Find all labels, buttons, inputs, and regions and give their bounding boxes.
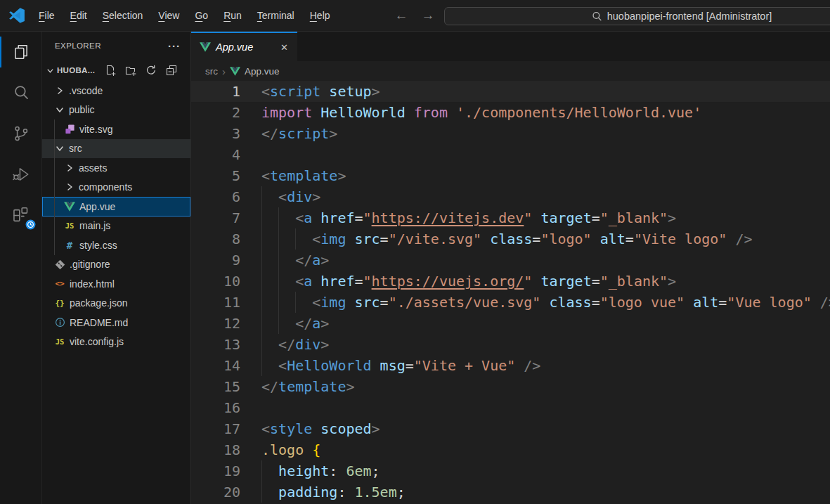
tree-item-label: src (69, 143, 82, 154)
tree-item-vite.config.js[interactable]: JSvite.config.js (42, 332, 190, 352)
search-icon (592, 11, 602, 22)
chevron-right-icon (64, 162, 75, 174)
line-number: 3 (191, 123, 240, 144)
git-file-icon (54, 259, 65, 270)
code-line: <HelloWorld msg="Vite + Vue" /> (261, 355, 830, 376)
workspace-section-header[interactable]: HUOBA... (42, 60, 190, 81)
tree-item-assets[interactable]: assets (42, 158, 190, 178)
editor-group: App.vue ✕ src › App.vue 1234567891011121… (191, 32, 830, 504)
tree-item-package.json[interactable]: {}package.json (42, 294, 190, 314)
line-number: 4 (191, 144, 240, 165)
json-file-icon: {} (54, 297, 65, 309)
activity-explorer[interactable] (0, 32, 41, 72)
menu-bar: FileEditSelectionViewGoRunTerminalHelp (31, 0, 338, 31)
menu-help[interactable]: Help (302, 10, 338, 21)
indent-guide (278, 313, 279, 334)
menu-view[interactable]: View (150, 10, 187, 21)
activity-source-control[interactable] (0, 113, 41, 154)
code-editor[interactable]: 1234567891011121314151617181920 <script … (191, 81, 830, 504)
tree-item-label: main.js (79, 220, 110, 231)
chevron-down-icon (44, 67, 56, 75)
collapse-folders-icon[interactable] (166, 65, 177, 76)
indent-guide (278, 207, 279, 228)
tree-item-src[interactable]: src (42, 139, 190, 159)
code-line: <div> (261, 186, 830, 207)
code-line: height: 6em; (261, 460, 830, 482)
indent-guide (261, 334, 262, 355)
new-folder-icon[interactable] (125, 65, 136, 76)
tree-item-label: .vscode (69, 85, 103, 96)
menu-go[interactable]: Go (187, 10, 216, 21)
line-number: 2 (191, 102, 240, 123)
indent-guide (278, 271, 279, 292)
tree-item-label: vite.config.js (70, 336, 124, 347)
navigate-forward-button[interactable]: → (419, 6, 437, 25)
indent-guide (261, 186, 262, 207)
menu-file[interactable]: File (31, 10, 63, 21)
workspace-folder-name: HUOBA... (57, 66, 95, 75)
line-number: 17 (191, 418, 240, 439)
code-line: </script> (261, 123, 830, 144)
tree-item-components[interactable]: components (42, 178, 190, 198)
line-number: 13 (191, 334, 240, 355)
code-line: <img src="./assets/vue.svg" class="logo … (261, 292, 830, 313)
code-line: </template> (261, 376, 830, 397)
clock-badge-icon (25, 219, 36, 230)
tab-close-icon[interactable]: ✕ (278, 41, 290, 54)
indent-guide (295, 228, 296, 250)
tab-app-vue[interactable]: App.vue ✕ (191, 32, 297, 61)
menu-edit[interactable]: Edit (63, 10, 95, 21)
breadcrumb-src[interactable]: src (205, 66, 218, 77)
indent-guide (261, 271, 262, 292)
explorer-more-actions-icon[interactable]: ··· (168, 40, 181, 52)
tree-item-vite.svg[interactable]: vite.svg (42, 119, 190, 139)
code-line: </a> (261, 313, 830, 334)
tree-item-style.css[interactable]: #style.css (42, 235, 190, 255)
line-number: 15 (191, 376, 240, 397)
tree-item-label: assets (79, 162, 107, 174)
tree-indent-guide (54, 119, 55, 255)
menu-selection[interactable]: Selection (95, 10, 151, 21)
indent-guide (278, 250, 279, 271)
vscode-logo-icon (9, 8, 25, 23)
command-center-search[interactable]: huobanpipei-frontend [Administrator] (444, 7, 830, 25)
activity-extensions[interactable] (0, 195, 41, 235)
indent-guide (261, 313, 262, 334)
tree-item-public[interactable]: public (42, 101, 190, 120)
explorer-title: EXPLORER (55, 41, 101, 50)
svg-file-file-icon (64, 124, 75, 135)
line-number: 18 (191, 439, 240, 460)
window-title-text: huobanpipei-frontend [Administrator] (607, 11, 772, 22)
code-line: </div> (261, 334, 830, 355)
indent-guide (261, 355, 262, 376)
chevron-right-icon: › (222, 66, 226, 77)
code-line: <script setup> (261, 81, 830, 102)
tree-item-label: public (69, 104, 95, 115)
code-line (261, 397, 830, 418)
code-content: <script setup>import HelloWorld from './… (261, 81, 830, 503)
menu-run[interactable]: Run (216, 10, 249, 21)
tree-item-app.vue[interactable]: App.vue (42, 197, 190, 217)
navigate-back-button[interactable]: ← (392, 6, 410, 25)
menu-terminal[interactable]: Terminal (249, 10, 302, 21)
tree-item-label: .gitignore (70, 259, 110, 270)
tree-item-label: App.vue (79, 201, 115, 212)
chevron-down-icon (54, 104, 65, 115)
code-line: <template> (261, 165, 830, 186)
refresh-explorer-icon[interactable] (145, 65, 157, 76)
line-number: 14 (191, 355, 240, 376)
tree-item-.gitignore[interactable]: .gitignore (42, 255, 190, 275)
tree-item-label: components (79, 181, 132, 193)
activity-search[interactable] (0, 72, 41, 113)
line-number: 10 (191, 271, 240, 292)
tree-item-readme.md[interactable]: README.md (42, 313, 190, 332)
code-line: <style scoped> (261, 418, 830, 439)
tree-item-.vscode[interactable]: .vscode (42, 81, 190, 101)
code-line: .logo { (261, 439, 830, 460)
breadcrumb-app-vue[interactable]: App.vue (245, 66, 280, 77)
tree-item-index.html[interactable]: <>index.html (42, 274, 190, 294)
tree-item-main.js[interactable]: JSmain.js (42, 217, 190, 236)
activity-run-and-debug[interactable] (0, 154, 41, 195)
new-file-icon[interactable] (105, 65, 116, 76)
file-tree: .vscodepublicvite.svgsrcassetscomponents… (42, 81, 190, 351)
